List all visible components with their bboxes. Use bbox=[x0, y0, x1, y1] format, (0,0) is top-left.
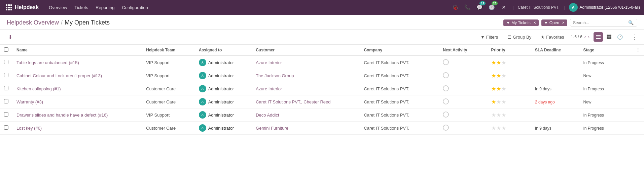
nav-configuration[interactable]: Configuration bbox=[118, 3, 151, 12]
filter-open[interactable]: ▼ Open ✕ bbox=[541, 19, 567, 26]
activity-view-button[interactable]: 🕐 bbox=[615, 32, 624, 42]
groupby-button[interactable]: ☰ Group By bbox=[505, 33, 534, 41]
sla-cell: In 9 days bbox=[531, 82, 579, 95]
col-header-name[interactable]: Name bbox=[12, 45, 142, 56]
nav-tickets[interactable]: Tickets bbox=[71, 3, 92, 12]
svg-rect-10 bbox=[596, 37, 601, 37]
svg-rect-14 bbox=[607, 37, 609, 39]
row-checkbox[interactable] bbox=[4, 125, 8, 130]
select-all-checkbox[interactable] bbox=[4, 47, 8, 52]
svg-rect-1 bbox=[8, 4, 10, 6]
activity-indicator[interactable] bbox=[443, 125, 449, 131]
company-cell: Caret IT Solutions PVT. bbox=[360, 108, 439, 122]
row-checkbox-cell[interactable] bbox=[0, 69, 12, 82]
col-header-stage[interactable]: Stage bbox=[579, 45, 632, 56]
col-header-team[interactable]: Helpdesk Team bbox=[142, 45, 195, 56]
col-options-icon[interactable]: ⋮ bbox=[636, 48, 640, 52]
row-checkbox[interactable] bbox=[4, 99, 8, 103]
download-button[interactable]: ⬇ bbox=[7, 33, 14, 42]
row-checkbox[interactable] bbox=[4, 73, 8, 77]
table-row: Lost key (#6) Customer Care A Administra… bbox=[0, 122, 644, 135]
customer-link[interactable]: Deco Addict bbox=[256, 113, 279, 118]
ticket-link[interactable]: Kitchen collapsing (#1) bbox=[16, 86, 61, 91]
activity-cell bbox=[439, 95, 487, 108]
bug-icon[interactable]: 🐞 bbox=[451, 3, 460, 12]
ticket-link[interactable]: Warranty (#3) bbox=[16, 99, 43, 104]
row-checkbox[interactable] bbox=[4, 112, 8, 117]
grid-menu-icon[interactable] bbox=[4, 3, 13, 12]
col-header-priority[interactable]: Priority bbox=[487, 45, 531, 56]
filter-my-tickets[interactable]: ▼ My Tickets ✕ bbox=[503, 19, 539, 26]
select-all-header[interactable] bbox=[0, 45, 12, 56]
assignee-name: Administrator bbox=[208, 113, 234, 118]
stage-name: In Progress bbox=[583, 87, 604, 91]
assignee: A Administrator bbox=[199, 98, 248, 105]
nav-overview[interactable]: Overview bbox=[45, 3, 70, 12]
clock-icon[interactable]: 🕐 25 bbox=[487, 3, 496, 12]
search-input[interactable] bbox=[573, 20, 627, 25]
row-checkbox-cell[interactable] bbox=[0, 95, 12, 108]
activity-indicator[interactable] bbox=[443, 85, 449, 91]
next-page-button[interactable]: › bbox=[588, 34, 589, 40]
row-checkbox[interactable] bbox=[4, 60, 8, 64]
more-options-button[interactable]: ⋮ bbox=[631, 33, 637, 41]
breadcrumb-separator: / bbox=[61, 19, 63, 26]
search-box[interactable]: 🔍 bbox=[570, 19, 637, 27]
ticket-link[interactable]: Table legs are unbalanced (#15) bbox=[16, 60, 79, 65]
nav-reporting[interactable]: Reporting bbox=[92, 3, 118, 12]
svg-rect-2 bbox=[10, 4, 12, 6]
col-header-sla[interactable]: SLA Deadline bbox=[531, 45, 579, 56]
row-checkbox-cell[interactable] bbox=[0, 82, 12, 95]
favorites-icon: ★ bbox=[541, 35, 545, 40]
col-header-activity[interactable]: Next Activity bbox=[439, 45, 487, 56]
activity-indicator[interactable] bbox=[443, 59, 449, 65]
sla-deadline: In 9 days bbox=[535, 87, 551, 91]
activity-indicator[interactable] bbox=[443, 98, 449, 104]
customer-link[interactable]: Azure Interior bbox=[256, 60, 282, 65]
table-row: Cabinet Colour and Lock aren't proper (#… bbox=[0, 69, 644, 82]
col-header-company[interactable]: Company bbox=[360, 45, 439, 56]
row-checkbox[interactable] bbox=[4, 86, 8, 90]
row-checkbox-cell[interactable] bbox=[0, 108, 12, 122]
star: ★ bbox=[491, 125, 496, 131]
sla-cell bbox=[531, 56, 579, 69]
star: ★ bbox=[496, 112, 501, 118]
ticket-link[interactable]: Drawer's slides and handle have a defect… bbox=[16, 113, 108, 118]
customer-link[interactable]: Gemini Furniture bbox=[256, 126, 288, 131]
customer-link[interactable]: Azure Interior bbox=[256, 86, 282, 91]
assignee-avatar: A bbox=[199, 59, 206, 66]
kanban-view-button[interactable] bbox=[604, 32, 614, 42]
company-cell: Caret IT Solutions PVT. bbox=[360, 56, 439, 69]
activity-indicator[interactable] bbox=[443, 72, 449, 78]
toolbar-right: ▼ Filters ☰ Group By ★ Favorites 1-6 / 6… bbox=[478, 32, 637, 42]
col-header-assigned[interactable]: Assigned to bbox=[195, 45, 252, 56]
assignee-cell: A Administrator bbox=[195, 122, 252, 135]
ticket-link[interactable]: Cabinet Colour and Lock aren't proper (#… bbox=[16, 73, 102, 78]
table-header-row: Name Helpdesk Team Assigned to Customer … bbox=[0, 45, 644, 56]
col-header-customer[interactable]: Customer bbox=[252, 45, 360, 56]
prev-page-button[interactable]: ‹ bbox=[584, 34, 586, 40]
favorites-button[interactable]: ★ Favorites bbox=[538, 33, 567, 41]
breadcrumb-parent[interactable]: Helpdesk Overview bbox=[7, 19, 59, 26]
phone-icon[interactable]: 📞 bbox=[463, 3, 472, 12]
close-icon[interactable]: ✕ bbox=[499, 3, 508, 12]
customer-link[interactable]: The Jackson Group bbox=[256, 73, 294, 78]
ticket-link[interactable]: Lost key (#6) bbox=[16, 126, 42, 131]
list-view-button[interactable] bbox=[594, 32, 603, 42]
priority-cell: ★★★ bbox=[487, 122, 531, 135]
svg-rect-15 bbox=[609, 37, 611, 39]
remove-my-tickets-filter[interactable]: ✕ bbox=[533, 21, 536, 25]
activity-indicator[interactable] bbox=[443, 112, 449, 118]
customer-link[interactable]: Caret IT Solutions PVT., Chester Reed bbox=[256, 99, 330, 104]
customer-cell: Gemini Furniture bbox=[252, 122, 360, 135]
row-checkbox-cell[interactable] bbox=[0, 122, 12, 135]
filters-button[interactable]: ▼ Filters bbox=[478, 33, 501, 41]
row-checkbox-cell[interactable] bbox=[0, 56, 12, 69]
chat-icon[interactable]: 💬 12 bbox=[475, 3, 484, 12]
remove-open-filter[interactable]: ✕ bbox=[562, 21, 565, 25]
sla-cell: In 9 days bbox=[531, 122, 579, 135]
search-icon[interactable]: 🔍 bbox=[628, 20, 634, 25]
user-menu[interactable]: A Administrator (12556701-15-0-all) bbox=[569, 3, 640, 12]
ticket-name-cell: Drawer's slides and handle have a defect… bbox=[12, 108, 142, 122]
customer-cell: The Jackson Group bbox=[252, 69, 360, 82]
